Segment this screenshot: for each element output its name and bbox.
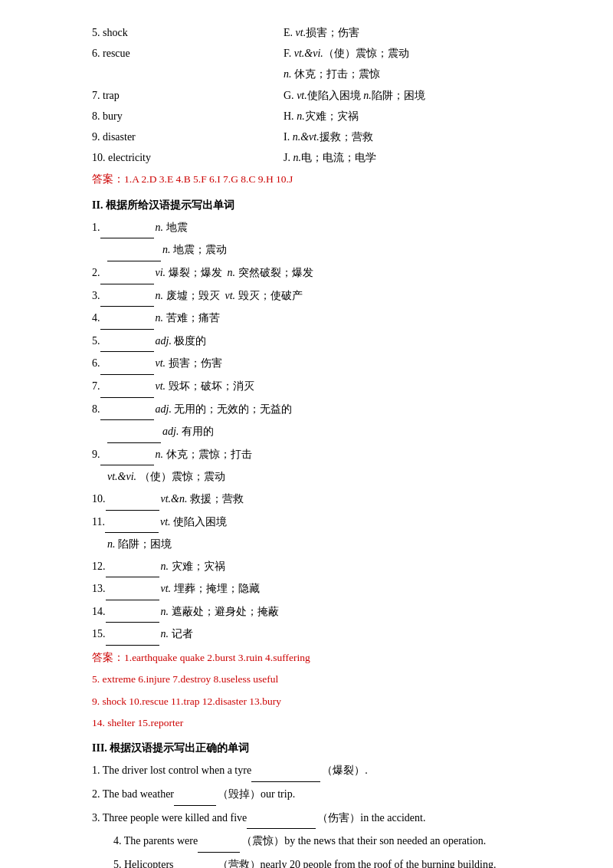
blank-field <box>251 761 320 782</box>
blank-field <box>174 784 216 806</box>
blank-field <box>100 331 154 353</box>
item-num: 9. <box>92 445 100 465</box>
blank-field <box>247 808 316 830</box>
vocab-row-9: 9. disaster I. n.&vt.援救；营救 <box>92 127 536 146</box>
blank-field <box>106 579 159 600</box>
section3-item-4: 4. The parents were （震惊）by the news that… <box>92 831 536 853</box>
blank-field <box>100 399 154 421</box>
section2-item-8a: 8. adj. 无用的；无效的；无益的 <box>92 399 536 421</box>
section2-item-2: 2. vi. 爆裂；爆发 n. 突然破裂；爆发 <box>92 263 536 284</box>
section2-item-1b: n. 地震；震动 <box>92 240 536 261</box>
section2-item-1a: 1. n. 地震 <box>92 218 536 239</box>
blank-field <box>100 353 154 375</box>
section2-items: 1. n. 地震 n. 地震；震动 2. vi. 爆裂；爆发 n. 突然破裂；爆… <box>92 218 536 646</box>
answer-2-line1: 答案：1.earthquake quake 2.burst 3.ruin 4.s… <box>92 649 536 667</box>
answer-2-line4: 14. shelter 15.reporter <box>92 714 536 732</box>
blank-field <box>107 240 161 261</box>
section2-item-15: 15. n. 记者 <box>92 624 536 646</box>
vocab-row-10: 10. electricity J. n.电；电流；电学 <box>92 148 536 167</box>
item-num: 1. <box>92 218 100 238</box>
section2-item-11a: 11. vt. 使陷入困境 <box>92 512 536 534</box>
blank-field <box>106 602 159 623</box>
blank-field <box>174 855 216 868</box>
vocab-left-8: 8. bury <box>92 107 284 126</box>
vocab-right-6: F. vt.&vi.（使）震惊；震动 <box>284 44 536 63</box>
section2-item-8b: adj. 有用的 <box>92 422 536 443</box>
section3-items: 1. The driver lost control when a tyre （… <box>92 761 536 868</box>
item-num: 14. <box>92 602 106 623</box>
vocab-right-8: H. n.灾难；灾祸 <box>284 107 536 126</box>
section3-item-2: 2. The bad weather （毁掉）our trip. <box>92 784 536 806</box>
item-num: 6. <box>92 353 100 374</box>
vocab-right-6b: n. 休克；打击；震惊 <box>284 64 536 84</box>
section-3-title: III. 根据汉语提示写出正确的单词 <box>92 738 536 758</box>
answer-2-line3: 9. shock 10.rescue 11.trap 12.disaster 1… <box>92 692 536 711</box>
answer-2-line2: 5. extreme 6.injure 7.destroy 8.useless … <box>92 670 536 689</box>
item-num: 15. <box>92 624 106 645</box>
item-num: 10. <box>92 489 106 510</box>
blank-field <box>106 624 159 646</box>
vocab-left-5: 5. shock <box>92 23 284 42</box>
blank-field <box>100 286 154 307</box>
section2-item-14: 14. n. 遮蔽处；避身处；掩蔽 <box>92 602 536 623</box>
blank-field <box>198 831 240 853</box>
vocab-right-5: E. vt.损害；伤害 <box>284 23 536 42</box>
item-num: 5. <box>92 331 100 352</box>
item-num: 2. <box>92 263 100 284</box>
blank-field <box>100 376 154 398</box>
vocab-left-9: 9. disaster <box>92 127 284 146</box>
item-num: 4. <box>92 308 100 329</box>
vocab-row-8: 8. bury H. n.灾难；灾祸 <box>92 107 536 126</box>
section2-item-9a: 9. n. 休克；震惊；打击 <box>92 445 536 466</box>
section3-item-3: 3. Three people were killed and five （伤害… <box>92 808 536 830</box>
section2-item-3: 3. n. 废墟；毁灭 vt. 毁灭；使破产 <box>92 286 536 307</box>
section2-item-10: 10. vt.&n. 救援；营救 <box>92 489 536 511</box>
blank-field <box>105 512 159 534</box>
vocab-left-10: 10. electricity <box>92 148 284 167</box>
blank-field <box>100 218 154 239</box>
blank-field <box>106 557 159 578</box>
item-num: 3. <box>92 286 100 307</box>
blank-field <box>100 445 154 466</box>
section2-item-13: 13. vt. 埋葬；掩埋；隐藏 <box>92 579 536 600</box>
vocab-right-7: G. vt.使陷入困境 n.陷阱；困境 <box>284 86 536 105</box>
vocab-section: 5. shock E. vt.损害；伤害 6. rescue F. vt.&vi… <box>92 23 536 167</box>
section2-item-12: 12. n. 灾难；灾祸 <box>92 557 536 578</box>
item-num: 7. <box>92 376 100 397</box>
vocab-right-9: I. n.&vt.援救；营救 <box>284 127 536 146</box>
answer-1: 答案：1.A 2.D 3.E 4.B 5.F 6.I 7.G 8.C 9.H 1… <box>92 170 536 189</box>
vocab-right-10: J. n.电；电流；电学 <box>284 148 536 167</box>
vocab-row-6: 6. rescue F. vt.&vi.（使）震惊；震动 <box>92 44 536 63</box>
vocab-left-7: 7. trap <box>92 86 284 105</box>
section2-item-4: 4. n. 苦难；痛苦 <box>92 308 536 330</box>
item-num: 11. <box>92 512 105 533</box>
blank-field <box>100 263 154 284</box>
section2-item-6: 6. vt. 损害；伤害 <box>92 353 536 375</box>
section2-item-11b: n. 陷阱；困境 <box>92 534 536 555</box>
section3-item-1: 1. The driver lost control when a tyre （… <box>92 761 536 782</box>
vocab-left-6b <box>92 64 284 84</box>
section3-item-5: 5. Helicopters （营救）nearly 20 people from… <box>92 855 536 868</box>
section2-item-7: 7. vt. 毁坏；破坏；消灭 <box>92 376 536 398</box>
item-num: 13. <box>92 579 106 600</box>
item-num: 8. <box>92 399 100 420</box>
vocab-row-7: 7. trap G. vt.使陷入困境 n.陷阱；困境 <box>92 86 536 105</box>
vocab-row-5: 5. shock E. vt.损害；伤害 <box>92 23 536 42</box>
section2-item-9b: vt.&vi. （使）震惊；震动 <box>92 467 536 488</box>
vocab-row-6b: n. 休克；打击；震惊 <box>92 64 536 84</box>
blank-field <box>100 308 154 330</box>
item-num: 12. <box>92 557 106 577</box>
main-content: 5. shock E. vt.损害；伤害 6. rescue F. vt.&vi… <box>92 23 536 868</box>
section2-item-5: 5. adj. 极度的 <box>92 331 536 353</box>
vocab-left-6: 6. rescue <box>92 44 284 63</box>
section-2-title: II. 根据所给汉语提示写出单词 <box>92 196 536 215</box>
blank-field <box>106 489 159 511</box>
blank-field <box>107 422 161 443</box>
